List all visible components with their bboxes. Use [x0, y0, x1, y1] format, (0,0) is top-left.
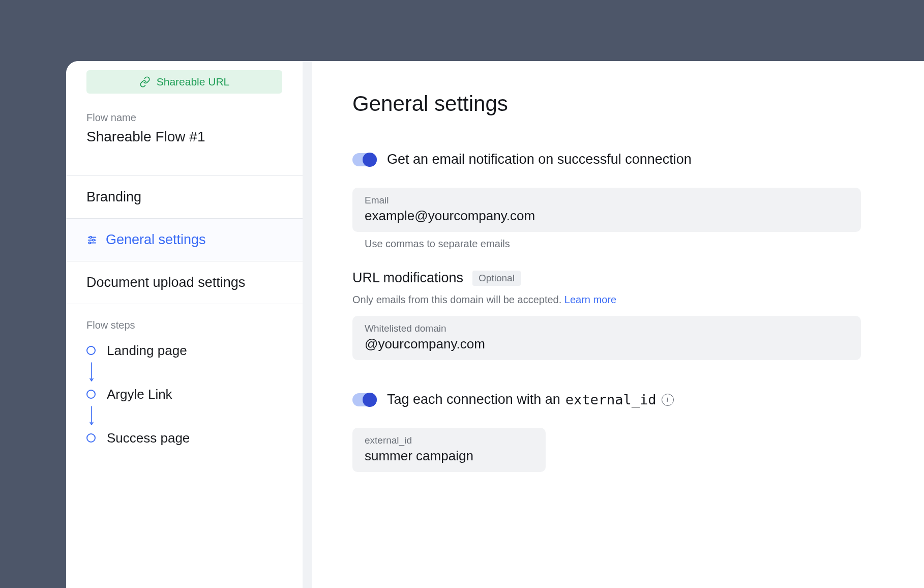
settings-nav: Branding General settings Document uploa… — [66, 175, 303, 304]
whitelisted-domain-label: Whitelisted domain — [365, 323, 849, 334]
desc-text: Only emails from this domain will be acc… — [352, 294, 564, 305]
external-id-label: Tag each connection with an external_id … — [387, 392, 674, 407]
email-notification-row: Get an email notification on successful … — [352, 152, 883, 167]
whitelisted-domain-value: @yourcompany.com — [365, 336, 849, 352]
external-id-field-value: summer campaign — [365, 448, 533, 464]
flow-name-label: Flow name — [86, 112, 282, 124]
external-id-label-pre: Tag each connection with an — [387, 392, 560, 407]
flow-step-success-page[interactable]: Success page — [86, 428, 282, 448]
nav-item-label: Document upload settings — [86, 275, 245, 290]
nav-item-label: Branding — [86, 189, 141, 205]
url-modifications-title: URL modifications — [352, 270, 463, 286]
flow-step-landing-page[interactable]: Landing page — [86, 340, 282, 361]
arrow-down-icon — [86, 404, 282, 428]
email-notification-toggle[interactable] — [352, 153, 377, 166]
app-window: Shareable URL Flow name Shareable Flow #… — [66, 61, 924, 588]
flow-steps-section: Flow steps Landing page Argyle Link — [66, 304, 303, 463]
url-modifications-desc: Only emails from this domain will be acc… — [352, 294, 883, 306]
step-label: Success page — [107, 430, 190, 446]
circle-icon — [86, 433, 96, 443]
nav-item-document-upload-settings[interactable]: Document upload settings — [66, 261, 303, 304]
svg-point-3 — [93, 239, 95, 241]
toggle-knob — [363, 153, 377, 167]
flow-name-value: Shareable Flow #1 — [86, 129, 282, 145]
flow-step-argyle-link[interactable]: Argyle Link — [86, 384, 282, 404]
external-id-field[interactable]: external_id summer campaign — [352, 428, 546, 472]
email-field-label: Email — [365, 195, 849, 206]
arrow-down-icon — [86, 361, 282, 384]
svg-point-1 — [90, 236, 92, 238]
info-icon[interactable]: i — [662, 394, 674, 406]
nav-item-branding[interactable]: Branding — [66, 176, 303, 219]
svg-point-5 — [89, 242, 91, 244]
nav-item-general-settings[interactable]: General settings — [66, 219, 303, 261]
step-label: Argyle Link — [107, 387, 172, 402]
page-title: General settings — [352, 92, 883, 116]
main-content: General settings Get an email notificati… — [312, 61, 924, 588]
circle-icon — [86, 390, 96, 399]
whitelisted-domain-field[interactable]: Whitelisted domain @yourcompany.com — [352, 316, 861, 360]
toggle-knob — [363, 393, 377, 407]
optional-tag: Optional — [472, 271, 521, 286]
email-notification-label: Get an email notification on successful … — [387, 152, 692, 167]
step-label: Landing page — [107, 343, 187, 359]
learn-more-link[interactable]: Learn more — [564, 294, 616, 305]
email-field[interactable]: Email example@yourcompany.com — [352, 188, 861, 232]
nav-item-label: General settings — [106, 232, 206, 248]
external-id-toggle[interactable] — [352, 393, 377, 406]
circle-icon — [86, 346, 96, 355]
external-id-code: external_id — [565, 392, 657, 407]
sliders-icon — [86, 234, 98, 246]
sidebar: Shareable URL Flow name Shareable Flow #… — [66, 61, 303, 588]
email-field-hint: Use commas to separate emails — [352, 238, 883, 250]
email-field-value: example@yourcompany.com — [365, 208, 849, 224]
external-id-field-label: external_id — [365, 435, 533, 446]
external-id-row: Tag each connection with an external_id … — [352, 392, 883, 407]
flow-steps-label: Flow steps — [86, 319, 282, 331]
url-modifications-header: URL modifications Optional — [352, 270, 883, 286]
flow-name-block: Flow name Shareable Flow #1 — [66, 94, 303, 175]
shareable-url-label: Shareable URL — [157, 76, 230, 88]
link-icon — [139, 76, 151, 87]
shareable-url-badge[interactable]: Shareable URL — [86, 70, 282, 94]
